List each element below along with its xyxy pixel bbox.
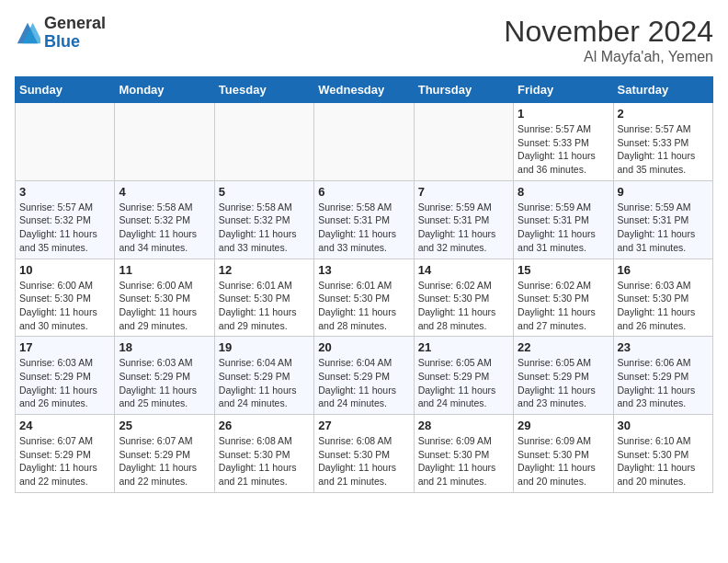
day-info: Sunrise: 5:58 AM Sunset: 5:31 PM Dayligh… — [318, 201, 409, 255]
day-info: Sunrise: 5:58 AM Sunset: 5:32 PM Dayligh… — [219, 201, 310, 255]
location: Al Mayfa'ah, Yemen — [504, 49, 713, 65]
day-number: 18 — [119, 340, 210, 354]
day-number: 6 — [318, 185, 409, 199]
calendar-cell: 18Sunrise: 6:03 AM Sunset: 5:29 PM Dayli… — [115, 337, 214, 415]
day-number: 24 — [19, 419, 110, 432]
day-number: 20 — [318, 340, 409, 354]
day-number: 4 — [119, 185, 210, 199]
calendar-cell: 22Sunrise: 6:05 AM Sunset: 5:29 PM Dayli… — [514, 337, 613, 415]
day-number: 27 — [318, 419, 409, 432]
calendar-week-2: 3Sunrise: 5:57 AM Sunset: 5:32 PM Daylig… — [16, 180, 713, 259]
calendar-cell — [214, 103, 313, 181]
calendar-cell: 17Sunrise: 6:03 AM Sunset: 5:29 PM Dayli… — [16, 337, 115, 415]
calendar-cell: 1Sunrise: 5:57 AM Sunset: 5:33 PM Daylig… — [514, 103, 613, 181]
calendar-cell: 21Sunrise: 6:05 AM Sunset: 5:29 PM Dayli… — [414, 337, 513, 415]
day-info: Sunrise: 6:02 AM Sunset: 5:30 PM Dayligh… — [418, 279, 509, 333]
day-number: 25 — [119, 419, 210, 432]
day-number: 16 — [618, 263, 709, 277]
calendar-cell — [16, 103, 115, 181]
day-number: 12 — [219, 263, 310, 277]
day-number: 11 — [119, 263, 210, 277]
day-number: 1 — [518, 107, 609, 121]
calendar-header-tuesday: Tuesday — [214, 77, 313, 103]
calendar-cell: 19Sunrise: 6:04 AM Sunset: 5:29 PM Dayli… — [214, 337, 313, 415]
day-info: Sunrise: 6:01 AM Sunset: 5:30 PM Dayligh… — [219, 279, 310, 333]
calendar-cell: 26Sunrise: 6:08 AM Sunset: 5:30 PM Dayli… — [214, 415, 313, 493]
calendar-cell: 20Sunrise: 6:04 AM Sunset: 5:29 PM Dayli… — [314, 337, 414, 415]
calendar-week-4: 17Sunrise: 6:03 AM Sunset: 5:29 PM Dayli… — [16, 337, 713, 415]
calendar-header-saturday: Saturday — [613, 77, 712, 103]
calendar-week-5: 24Sunrise: 6:07 AM Sunset: 5:29 PM Dayli… — [16, 415, 713, 493]
day-info: Sunrise: 5:59 AM Sunset: 5:31 PM Dayligh… — [618, 201, 709, 255]
calendar-cell: 9Sunrise: 5:59 AM Sunset: 5:31 PM Daylig… — [613, 180, 712, 259]
month-title: November 2024 — [504, 15, 713, 49]
calendar-cell: 27Sunrise: 6:08 AM Sunset: 5:30 PM Dayli… — [314, 415, 414, 493]
day-info: Sunrise: 6:04 AM Sunset: 5:29 PM Dayligh… — [318, 356, 409, 410]
day-number: 28 — [418, 419, 509, 432]
calendar-cell: 29Sunrise: 6:09 AM Sunset: 5:30 PM Dayli… — [514, 415, 613, 493]
calendar-cell: 30Sunrise: 6:10 AM Sunset: 5:30 PM Dayli… — [613, 415, 712, 493]
calendar-cell: 7Sunrise: 5:59 AM Sunset: 5:31 PM Daylig… — [414, 180, 513, 259]
day-info: Sunrise: 6:02 AM Sunset: 5:30 PM Dayligh… — [518, 279, 609, 333]
day-number: 8 — [518, 185, 609, 199]
day-number: 7 — [418, 185, 509, 199]
day-info: Sunrise: 6:00 AM Sunset: 5:30 PM Dayligh… — [119, 279, 210, 333]
day-number: 14 — [418, 263, 509, 277]
day-number: 3 — [19, 185, 110, 199]
day-number: 19 — [219, 340, 310, 354]
calendar-cell — [115, 103, 214, 181]
day-info: Sunrise: 5:59 AM Sunset: 5:31 PM Dayligh… — [518, 201, 609, 255]
calendar-cell: 23Sunrise: 6:06 AM Sunset: 5:29 PM Dayli… — [613, 337, 712, 415]
calendar-cell: 13Sunrise: 6:01 AM Sunset: 5:30 PM Dayli… — [314, 259, 414, 337]
calendar-cell: 15Sunrise: 6:02 AM Sunset: 5:30 PM Dayli… — [514, 259, 613, 337]
day-number: 13 — [318, 263, 409, 277]
day-info: Sunrise: 6:10 AM Sunset: 5:30 PM Dayligh… — [618, 434, 709, 488]
day-number: 21 — [418, 340, 509, 354]
calendar-header-thursday: Thursday — [414, 77, 513, 103]
day-info: Sunrise: 6:03 AM Sunset: 5:29 PM Dayligh… — [119, 356, 210, 410]
page-header: General Blue November 2024 Al Mayfa'ah, … — [15, 15, 713, 65]
calendar-cell: 14Sunrise: 6:02 AM Sunset: 5:30 PM Dayli… — [414, 259, 513, 337]
day-info: Sunrise: 6:08 AM Sunset: 5:30 PM Dayligh… — [318, 434, 409, 488]
calendar-cell: 4Sunrise: 5:58 AM Sunset: 5:32 PM Daylig… — [115, 180, 214, 259]
day-info: Sunrise: 5:57 AM Sunset: 5:32 PM Dayligh… — [19, 201, 110, 255]
calendar-cell: 6Sunrise: 5:58 AM Sunset: 5:31 PM Daylig… — [314, 180, 414, 259]
calendar-cell: 3Sunrise: 5:57 AM Sunset: 5:32 PM Daylig… — [16, 180, 115, 259]
calendar-cell: 25Sunrise: 6:07 AM Sunset: 5:29 PM Dayli… — [115, 415, 214, 493]
calendar-cell: 16Sunrise: 6:03 AM Sunset: 5:30 PM Dayli… — [613, 259, 712, 337]
calendar-cell: 2Sunrise: 5:57 AM Sunset: 5:33 PM Daylig… — [613, 103, 712, 181]
day-info: Sunrise: 6:05 AM Sunset: 5:29 PM Dayligh… — [518, 356, 609, 410]
calendar-cell: 11Sunrise: 6:00 AM Sunset: 5:30 PM Dayli… — [115, 259, 214, 337]
day-info: Sunrise: 5:57 AM Sunset: 5:33 PM Dayligh… — [518, 122, 609, 177]
day-number: 17 — [19, 340, 110, 354]
calendar-cell: 12Sunrise: 6:01 AM Sunset: 5:30 PM Dayli… — [214, 259, 313, 337]
calendar-cell: 24Sunrise: 6:07 AM Sunset: 5:29 PM Dayli… — [16, 415, 115, 493]
logo-text: General Blue — [44, 15, 106, 52]
day-number: 10 — [19, 263, 110, 277]
logo: General Blue — [15, 15, 106, 52]
calendar-cell: 8Sunrise: 5:59 AM Sunset: 5:31 PM Daylig… — [514, 180, 613, 259]
day-info: Sunrise: 5:59 AM Sunset: 5:31 PM Dayligh… — [418, 201, 509, 255]
calendar-cell: 28Sunrise: 6:09 AM Sunset: 5:30 PM Dayli… — [414, 415, 513, 493]
calendar-header-monday: Monday — [115, 77, 214, 103]
day-number: 9 — [618, 185, 709, 199]
day-number: 23 — [618, 340, 709, 354]
calendar-table: SundayMondayTuesdayWednesdayThursdayFrid… — [15, 76, 713, 493]
day-number: 30 — [618, 419, 709, 432]
calendar-cell: 5Sunrise: 5:58 AM Sunset: 5:32 PM Daylig… — [214, 180, 313, 259]
calendar-cell — [314, 103, 414, 181]
logo-icon — [15, 20, 40, 46]
day-number: 22 — [518, 340, 609, 354]
day-info: Sunrise: 6:04 AM Sunset: 5:29 PM Dayligh… — [219, 356, 310, 410]
day-info: Sunrise: 6:07 AM Sunset: 5:29 PM Dayligh… — [119, 434, 210, 488]
calendar-header-sunday: Sunday — [16, 77, 115, 103]
day-info: Sunrise: 6:03 AM Sunset: 5:30 PM Dayligh… — [618, 279, 709, 333]
calendar-week-3: 10Sunrise: 6:00 AM Sunset: 5:30 PM Dayli… — [16, 259, 713, 337]
title-block: November 2024 Al Mayfa'ah, Yemen — [504, 15, 713, 65]
day-info: Sunrise: 5:57 AM Sunset: 5:33 PM Dayligh… — [618, 122, 709, 177]
day-info: Sunrise: 6:09 AM Sunset: 5:30 PM Dayligh… — [418, 434, 509, 488]
calendar-header-friday: Friday — [514, 77, 613, 103]
day-info: Sunrise: 6:03 AM Sunset: 5:29 PM Dayligh… — [19, 356, 110, 410]
calendar-cell — [414, 103, 513, 181]
day-number: 5 — [219, 185, 310, 199]
